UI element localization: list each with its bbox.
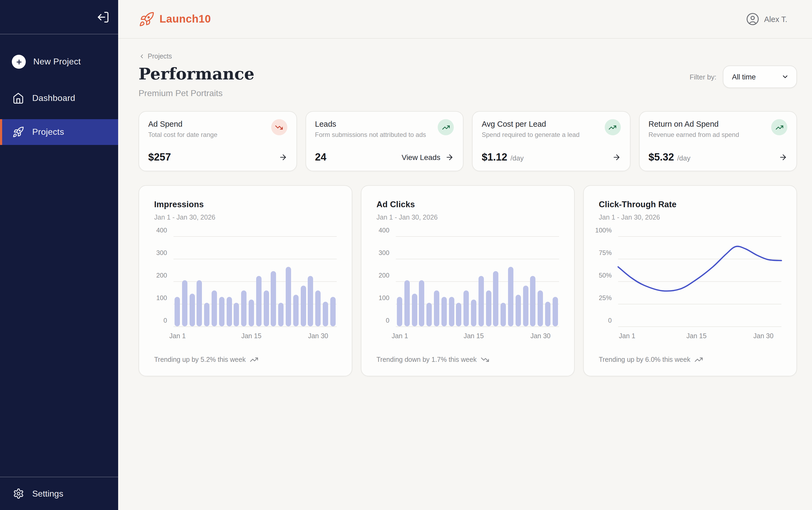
bar — [189, 294, 195, 326]
y-axis-label: 0 — [608, 317, 612, 324]
bar — [545, 302, 550, 326]
bar — [397, 297, 402, 326]
sidebar-collapse-icon[interactable] — [97, 10, 110, 23]
bar — [523, 286, 528, 326]
bar — [182, 280, 187, 326]
chart-card-row: Impressions Jan 1 - Jan 30, 2026 4003002… — [139, 185, 797, 376]
stat-card-value-row: 24 View Leads — [315, 151, 454, 163]
page-head: Projects Performance Premium Pet Portrai… — [139, 53, 797, 98]
x-axis-label: Jan 15 — [241, 332, 261, 340]
chart-card-ad-clicks: Ad Clicks Jan 1 - Jan 30, 2026 400300200… — [361, 185, 575, 376]
stat-card-head: Ad Spend Total cost for date range — [148, 120, 287, 139]
x-axis-label: Jan 1 — [169, 332, 186, 340]
y-axis-label: 0 — [164, 317, 167, 324]
chart-plot: 100%75%50%25%0 Jan 1Jan 15Jan 30 — [599, 236, 781, 326]
user-icon — [746, 12, 759, 26]
filter-control: Filter by: All time — [690, 65, 797, 88]
sidebar: New Project Dashboard Projects Settings — [0, 0, 118, 510]
sidebar-settings-label: Settings — [32, 489, 63, 499]
trend-up-icon — [695, 355, 703, 364]
view-leads-label: View Leads — [402, 153, 440, 161]
bar-series — [173, 236, 337, 326]
bar — [234, 303, 239, 326]
bar — [197, 280, 202, 326]
home-icon — [12, 92, 25, 105]
y-axis-label: 300 — [156, 249, 167, 257]
bar — [330, 297, 336, 326]
trend-up-icon — [604, 119, 620, 135]
user-menu[interactable]: Alex T. — [746, 12, 787, 26]
stat-card-title: Leads — [315, 120, 426, 128]
y-axis: 100%75%50%25%0 — [599, 236, 618, 326]
bar — [278, 303, 284, 326]
topbar: Launch10 Alex T. — [118, 0, 812, 39]
stat-card-title: Ad Spend — [148, 120, 218, 128]
trend-up-icon — [250, 355, 259, 364]
chart-card-click-through-rate: Click-Through Rate Jan 1 - Jan 30, 2026 … — [583, 185, 797, 376]
x-axis-label: Jan 15 — [463, 332, 484, 340]
stat-card-value-row: $257 — [148, 151, 287, 163]
plot-area: Jan 1Jan 15Jan 30 — [396, 236, 559, 326]
stat-card-head: Leads Form submissions not attributed to… — [315, 120, 454, 139]
home-icon — [12, 92, 24, 104]
view-leads-link[interactable] — [774, 153, 787, 161]
stat-card-subtitle: Form submissions not attributed to ads — [315, 131, 426, 139]
chart-trend-text: Trending up by 5.2% this week — [154, 356, 246, 363]
y-axis-label: 100 — [156, 294, 167, 302]
trend-up-icon — [775, 123, 783, 131]
y-axis-label: 25% — [599, 294, 612, 302]
stat-card-avg-cost-per-lead: Avg Cost per Lead Spend required to gene… — [472, 111, 630, 171]
x-axis-label: Jan 15 — [686, 332, 706, 340]
sidebar-top — [0, 0, 118, 34]
sidebar-item-projects[interactable]: Projects — [0, 119, 118, 145]
y-axis-label: 75% — [599, 249, 612, 257]
date-range-value: All time — [732, 73, 756, 81]
breadcrumb[interactable]: Projects — [139, 53, 172, 60]
bar — [419, 280, 425, 326]
stat-card-ad-spend: Ad Spend Total cost for date range $257 — [139, 111, 297, 171]
sidebar-item-new-project[interactable]: New Project — [0, 50, 118, 74]
trend-up-icon — [608, 123, 616, 131]
bar — [308, 276, 313, 326]
date-range-dropdown[interactable]: All time — [723, 65, 797, 88]
chart-subtitle: Jan 1 - Jan 30, 2026 — [376, 214, 559, 221]
y-axis-label: 400 — [156, 227, 167, 234]
y-axis-label: 100 — [379, 294, 389, 302]
chevron-left-icon — [139, 53, 145, 60]
arrow-right-icon — [445, 153, 454, 161]
y-axis-label: 50% — [599, 272, 612, 279]
view-leads-link[interactable]: View Leads — [402, 153, 454, 161]
trend-down-icon — [481, 355, 490, 364]
stat-card-unit: /day — [677, 154, 690, 162]
view-leads-link[interactable] — [607, 153, 620, 161]
page-title: Performance — [139, 64, 254, 83]
view-leads-link[interactable] — [273, 153, 287, 161]
breadcrumb-label: Projects — [148, 53, 172, 60]
stat-card-subtitle: Revenue earned from ad spend — [648, 131, 739, 139]
stat-card-row: Ad Spend Total cost for date range $257 … — [139, 111, 797, 171]
filter-label: Filter by: — [690, 73, 717, 81]
sidebar-item-dashboard[interactable]: Dashboard — [0, 86, 118, 111]
sidebar-item-label: New Project — [33, 57, 81, 66]
bar — [211, 291, 217, 326]
line-series — [618, 236, 781, 326]
gear-icon — [12, 487, 25, 500]
y-axis-label: 300 — [379, 249, 389, 257]
sidebar-item-settings[interactable]: Settings — [0, 477, 118, 510]
stat-card-unit: /day — [511, 154, 524, 162]
x-axis-label: Jan 30 — [530, 332, 550, 340]
page-content: Projects Performance Premium Pet Portrai… — [118, 39, 812, 510]
arrow-right-icon — [279, 153, 287, 161]
bar — [293, 295, 298, 326]
sidebar-item-label: Dashboard — [32, 93, 75, 103]
bar — [538, 291, 543, 326]
bar — [323, 302, 328, 326]
bar — [315, 291, 321, 326]
trend-up-icon — [438, 119, 454, 135]
bar-series — [396, 236, 559, 326]
plot-area: Jan 1Jan 15Jan 30 — [618, 236, 781, 326]
bar — [456, 303, 462, 326]
x-axis-label: Jan 1 — [619, 332, 635, 340]
user-name: Alex T. — [764, 15, 787, 23]
app-window: New Project Dashboard Projects Settings … — [0, 0, 812, 510]
